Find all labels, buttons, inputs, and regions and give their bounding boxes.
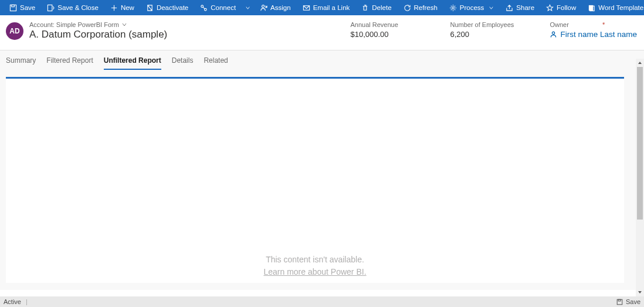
assign-icon: [260, 4, 267, 12]
delete-label: Delete: [372, 4, 391, 11]
process-button[interactable]: Process: [443, 0, 500, 15]
person-icon: [550, 31, 557, 38]
save-icon: [616, 299, 623, 305]
owner-field[interactable]: Owner First name Last name: [550, 21, 637, 39]
form-selector[interactable]: Account: Simple PowerBI Form: [29, 21, 344, 28]
avatar: AD: [6, 22, 23, 40]
email-icon: [303, 4, 310, 12]
save-icon: [9, 4, 17, 12]
connect-dropdown[interactable]: [242, 0, 254, 15]
refresh-icon: [404, 4, 411, 12]
new-button[interactable]: New: [104, 0, 140, 15]
follow-label: Follow: [557, 4, 576, 11]
deactivate-icon: [146, 4, 154, 12]
trash-icon: [361, 4, 369, 12]
num-employees-field[interactable]: Number of Employees 6,200: [450, 21, 514, 39]
delete-button[interactable]: Delete: [355, 0, 397, 15]
save-close-label: Save & Close: [57, 4, 99, 11]
connect-icon: [200, 4, 208, 12]
command-bar: Save Save & Close New Deactivate Connect…: [0, 0, 644, 15]
header-fields: Annual Revenue $10,000.00 Number of Empl…: [350, 21, 637, 39]
svg-rect-12: [618, 299, 621, 301]
share-icon: [506, 4, 513, 12]
owner-link[interactable]: First name Last name: [550, 30, 637, 39]
chevron-down-icon: [121, 22, 127, 28]
star-icon: [546, 4, 554, 12]
connect-label: Connect: [211, 4, 236, 11]
share-label: Share: [516, 4, 534, 11]
word-templates-label: Word Templates: [598, 4, 644, 11]
connect-button[interactable]: Connect: [194, 0, 242, 15]
tab-summary[interactable]: Summary: [6, 55, 36, 70]
tab-unfiltered-report[interactable]: Unfiltered Report: [104, 55, 161, 70]
tab-bar: Summary Filtered Report Unfiltered Repor…: [0, 50, 644, 70]
field-value: $10,000.00: [350, 30, 415, 39]
gear-icon: [449, 4, 457, 12]
svg-point-5: [262, 5, 265, 7]
owner-name: First name Last name: [560, 30, 637, 39]
refresh-button[interactable]: Refresh: [398, 0, 443, 15]
deactivate-label: Deactivate: [157, 4, 188, 11]
scroll-thumb[interactable]: [637, 67, 643, 220]
svg-rect-11: [617, 299, 622, 305]
divider: [26, 299, 27, 305]
save-label: Save: [20, 4, 35, 11]
content-area: This content isn't available. Learn more…: [0, 70, 644, 290]
word-templates-button[interactable]: Word Templates: [582, 0, 644, 15]
record-name: A. Datum Corporation (sample): [29, 29, 344, 41]
status-bar: Active Save: [0, 296, 644, 307]
new-label: New: [121, 4, 134, 11]
record-header: AD Account: Simple PowerBI Form A. Datum…: [0, 15, 644, 50]
assign-label: Assign: [270, 4, 291, 11]
scroll-down-arrow[interactable]: [636, 288, 644, 296]
save-close-icon: [47, 4, 55, 12]
deactivate-button[interactable]: Deactivate: [140, 0, 194, 15]
learn-more-link[interactable]: Learn more about Power BI.: [263, 267, 366, 276]
annual-revenue-field[interactable]: Annual Revenue $10,000.00: [350, 21, 415, 39]
record-state: Active: [4, 298, 21, 305]
field-label: Owner: [550, 21, 637, 28]
form-selector-label: Account: Simple PowerBI Form: [29, 21, 119, 28]
follow-button[interactable]: Follow: [540, 0, 582, 15]
chevron-down-icon: [245, 5, 250, 11]
svg-rect-2: [48, 5, 52, 11]
svg-point-3: [201, 5, 204, 7]
refresh-label: Refresh: [414, 4, 438, 11]
email-link-button[interactable]: Email a Link: [297, 0, 356, 15]
field-label: Annual Revenue: [350, 21, 415, 28]
save-button[interactable]: Save: [4, 0, 41, 15]
email-link-label: Email a Link: [313, 4, 350, 11]
tab-details[interactable]: Details: [172, 55, 194, 70]
footer-save-button[interactable]: Save: [616, 298, 640, 305]
chevron-down-icon: [489, 5, 494, 11]
svg-point-7: [452, 6, 454, 9]
empty-message: This content isn't available.: [263, 254, 366, 266]
svg-rect-0: [10, 5, 16, 11]
field-label: Number of Employees: [450, 21, 514, 28]
record-titles: Account: Simple PowerBI Form A. Datum Co…: [29, 21, 344, 41]
empty-state: This content isn't available. Learn more…: [263, 254, 366, 278]
share-button[interactable]: Share: [500, 0, 540, 15]
word-icon: [588, 4, 595, 12]
field-value: 6,200: [450, 30, 514, 39]
scroll-up-arrow[interactable]: [636, 59, 644, 67]
powerbi-report-frame: This content isn't available. Learn more…: [6, 77, 624, 283]
tab-filtered-report[interactable]: Filtered Report: [46, 55, 93, 70]
svg-point-10: [553, 32, 555, 34]
svg-rect-1: [12, 5, 15, 6]
plus-icon: [110, 4, 118, 12]
tab-related[interactable]: Related: [204, 55, 228, 70]
save-close-button[interactable]: Save & Close: [41, 0, 104, 15]
svg-point-4: [205, 8, 207, 11]
footer-save-label: Save: [626, 298, 640, 305]
vertical-scrollbar[interactable]: [636, 59, 644, 296]
process-label: Process: [460, 4, 484, 11]
assign-button[interactable]: Assign: [254, 0, 297, 15]
